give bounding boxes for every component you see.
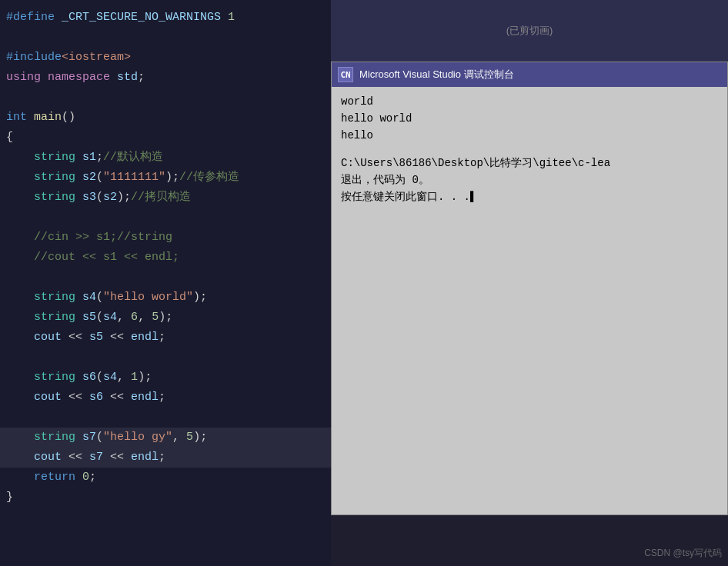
code-line-17: cout << s5 << endl ; (0, 328, 331, 348)
num-0: 0 (82, 468, 89, 487)
endl-2: endl (131, 388, 159, 407)
var-s4: s4 (82, 288, 96, 307)
code-line-23: cout << s7 << endl ; (0, 448, 331, 468)
console-titlebar[interactable]: CN Microsoft Visual Studio 调试控制台 (332, 62, 727, 87)
number-1: 1 (228, 8, 235, 27)
var-s3: s3 (82, 188, 96, 207)
console-output-hello: hello (341, 127, 718, 144)
watermark: CSDN @tsy写代码 (644, 547, 722, 560)
keyword-namespace: namespace (48, 68, 110, 87)
console-title: Microsoft Visual Studio 调试控制台 (359, 68, 721, 82)
str-1111111: "1111111" (103, 168, 165, 187)
code-line-22: string s7 ( "hello gy" , 5 ); (0, 428, 331, 448)
console-output-world: world (341, 93, 718, 110)
code-line-24: return 0 ; (0, 468, 331, 488)
header-iostream: <iostream> (62, 48, 131, 67)
var-s6-ref: s6 (89, 388, 103, 407)
type-string-6: string (34, 368, 75, 387)
type-string-2: string (34, 168, 75, 187)
code-line-10: string s3 ( s2 ); //拷贝构造 (0, 188, 331, 208)
top-bar-text: (已剪切画) (506, 24, 553, 38)
code-line-20: cout << s6 << endl ; (0, 388, 331, 408)
code-line-6: int main () (0, 108, 331, 128)
type-string-3: string (34, 188, 75, 207)
var-s7-ref: s7 (89, 448, 103, 467)
str-hello-world: "hello world" (103, 288, 193, 307)
code-line-13: //cout << s1 << endl; (0, 248, 331, 268)
keyword-return: return (34, 468, 75, 487)
console-empty-line (341, 144, 718, 155)
code-line-7: { (0, 128, 331, 148)
func-main: main (34, 108, 62, 127)
keyword-using: using (6, 68, 41, 87)
num-1: 1 (131, 368, 138, 387)
type-string-4: string (34, 288, 75, 307)
cout-2: cout (34, 388, 62, 407)
type-string: string (34, 148, 75, 167)
code-line-3: #include <iostream> (0, 48, 331, 68)
code-line-21 (0, 408, 331, 428)
str-hello-gy: "hello gy" (103, 428, 172, 447)
comment-default-ctor: //默认构造 (103, 148, 163, 167)
num-5-2: 5 (186, 428, 193, 447)
keyword-include: #include (6, 48, 62, 67)
type-string-5: string (34, 308, 75, 327)
code-line-19: string s6 ( s4 , 1 ); (0, 368, 331, 388)
console-icon: CN (338, 67, 353, 82)
var-s6: s6 (82, 368, 96, 387)
code-line-18 (0, 348, 331, 368)
space (221, 8, 228, 27)
keyword-define: #define (6, 8, 55, 27)
std-name: std (117, 68, 138, 87)
code-line-12: //cin >> s1;//string (0, 228, 331, 248)
top-bar: (已剪切画) (331, 0, 728, 62)
var-s2: s2 (82, 168, 96, 187)
code-line-4: using namespace std ; (0, 68, 331, 88)
console-body: world hello world hello C:\Users\86186\D… (332, 87, 727, 514)
code-line-8: string s1 ; //默认构造 (0, 148, 331, 168)
var-s5: s5 (82, 308, 96, 327)
endl-3: endl (131, 448, 159, 467)
code-line-16: string s5 ( s4 , 6 , 5 ); (0, 308, 331, 328)
code-line-11 (0, 208, 331, 228)
console-window: CN Microsoft Visual Studio 调试控制台 world h… (331, 62, 728, 515)
num-6: 6 (131, 308, 138, 327)
code-editor: #define _CRT_SECURE_NO_WARNINGS 1 #inclu… (0, 0, 331, 566)
var-s5-ref: s5 (89, 328, 103, 347)
code-line-2 (0, 28, 331, 48)
endl-1: endl (131, 328, 159, 347)
cout-3: cout (34, 448, 62, 467)
comment-copy-ctor: //拷贝构造 (131, 188, 191, 207)
console-output-press-key: 按任意键关闭此窗口. . .▌ (341, 188, 718, 205)
console-output-path: C:\Users\86186\Desktop\比特学习\gitee\c-lea (341, 155, 718, 171)
keyword-int: int (6, 108, 27, 127)
type-string-7: string (34, 428, 75, 447)
var-s4-ref: s4 (103, 308, 117, 327)
var-s1: s1 (82, 148, 96, 167)
comment-cout: //cout << s1 << endl; (34, 248, 179, 267)
code-line-25: } (0, 488, 331, 508)
space (55, 8, 62, 27)
code-line-14 (0, 268, 331, 288)
code-line-1: #define _CRT_SECURE_NO_WARNINGS 1 (0, 8, 331, 28)
console-output-exit: 退出，代码为 0。 (341, 171, 718, 188)
console-icon-label: CN (340, 70, 350, 80)
watermark-text: CSDN @tsy写代码 (644, 548, 722, 558)
comment-cin: //cin >> s1;//string (34, 228, 172, 247)
var-s4-ref2: s4 (103, 368, 117, 387)
var-s7: s7 (82, 428, 96, 447)
macro-name: _CRT_SECURE_NO_WARNINGS (62, 8, 221, 27)
cout-1: cout (34, 328, 62, 347)
num-5: 5 (152, 308, 159, 327)
comment-param-ctor: //传参构造 (179, 168, 239, 187)
code-line-9: string s2 ( "1111111" ); //传参构造 (0, 168, 331, 188)
code-line-15: string s4 ( "hello world" ); (0, 288, 331, 308)
code-line-5 (0, 88, 331, 108)
var-s2-ref: s2 (103, 188, 117, 207)
console-output-hello-world: hello world (341, 110, 718, 127)
